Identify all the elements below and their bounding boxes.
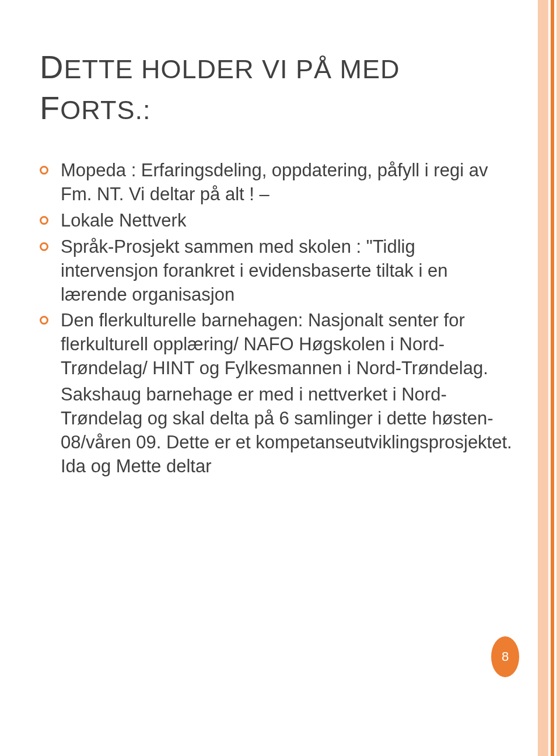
bullet-list: Mopeda : Erfaringsdeling, oppdatering, p… <box>40 159 514 479</box>
title-line2-rest: ORTS.: <box>60 95 150 125</box>
bullet-icon <box>40 216 48 225</box>
list-item-text: Språk-Prosjekt sammen med skolen : "Tidl… <box>61 236 447 305</box>
list-item: Mopeda : Erfaringsdeling, oppdatering, p… <box>40 159 514 207</box>
slide: DETTE HOLDER VI PÅ MED FORTS.: Mopeda : … <box>0 0 560 756</box>
list-item: Lokale Nettverk <box>40 209 514 233</box>
list-item-text: Lokale Nettverk <box>61 210 186 231</box>
slide-title: DETTE HOLDER VI PÅ MED FORTS.: <box>40 47 514 128</box>
page-number-badge: 8 <box>491 636 519 677</box>
list-item-text: Den flerkulturelle barnehagen: Nasjonalt… <box>61 310 488 378</box>
bullet-icon <box>40 242 48 251</box>
title-line2-firstletter: F <box>40 89 60 126</box>
list-item-continuation: Sakshaug barnehage er med i nettverket i… <box>40 383 514 479</box>
title-line1-rest: ETTE HOLDER VI PÅ MED <box>64 54 400 84</box>
title-line1-firstletter: D <box>40 48 64 85</box>
list-item: Språk-Prosjekt sammen med skolen : "Tidl… <box>40 235 514 307</box>
page-number: 8 <box>502 649 509 664</box>
bullet-icon <box>40 166 48 175</box>
decorative-right-border <box>538 0 560 756</box>
list-item-text: Mopeda : Erfaringsdeling, oppdatering, p… <box>61 160 488 204</box>
list-item-text: Sakshaug barnehage er med i nettverket i… <box>61 384 512 476</box>
list-item: Den flerkulturelle barnehagen: Nasjonalt… <box>40 309 514 381</box>
bullet-icon <box>40 316 48 325</box>
content-area: DETTE HOLDER VI PÅ MED FORTS.: Mopeda : … <box>0 0 538 756</box>
